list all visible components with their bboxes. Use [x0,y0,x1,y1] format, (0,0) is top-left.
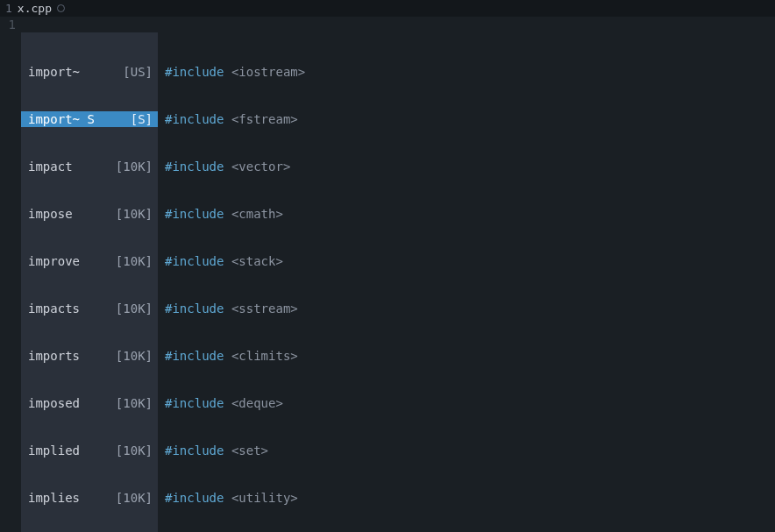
completion-item[interactable]: impact [10K] [21,159,158,174]
completion-kind: [US] [114,64,153,80]
code-preview: #include <iostream> #include <fstream> #… [165,32,727,532]
completion-item[interactable]: import~ [US] [21,64,158,80]
completion-word: impact [28,159,107,174]
completion-kind: [10K] [107,206,153,222]
completion-word: impose [28,206,107,222]
completion-kind: [10K] [107,301,153,316]
completion-word: implies [28,490,107,506]
tab-index: 1 [5,1,12,17]
completion-word: imposed [28,395,107,411]
line-number: 1 [0,17,16,32]
completion-word: impacts [28,301,107,316]
completion-word: improve [28,253,107,269]
completion-item[interactable]: improve [10K] [21,253,158,269]
completion-kind: [10K] [107,159,153,174]
code-area[interactable]: import import~ [US] import~ S [S] impact… [19,17,775,190]
completion-kind: [10K] [107,443,153,458]
completion-kind: [10K] [107,348,153,364]
tab-filename: x.cpp [18,1,52,17]
completion-word: implied [28,443,107,458]
completion-item[interactable]: impacts [10K] [21,301,158,316]
gutter: 1 [0,17,19,190]
modified-indicator-icon [57,4,65,12]
completion-word: imports [28,348,107,364]
completion-item[interactable]: implied [10K] [21,443,158,458]
completion-word: import~ [28,64,114,80]
completion-kind: [S] [122,111,153,127]
completion-item[interactable]: imports [10K] [21,348,158,364]
completion-kind: [10K] [107,253,153,269]
tab-bar: 1 x.cpp [0,0,775,17]
completion-word: import~ S [28,111,122,127]
completion-kind: [10K] [107,395,153,411]
completion-item[interactable]: imposed [10K] [21,395,158,411]
completion-popup[interactable]: import~ [US] import~ S [S] impact [10K] … [21,32,158,532]
completion-item[interactable]: impose [10K] [21,206,158,222]
completion-item-selected[interactable]: import~ S [S] [21,111,158,127]
completion-kind: [10K] [107,490,153,506]
tab-xcpp[interactable]: 1 x.cpp [0,1,70,17]
editor[interactable]: 1 import import~ [US] import~ S [S] impa… [0,17,775,190]
completion-item[interactable]: implies [10K] [21,490,158,506]
